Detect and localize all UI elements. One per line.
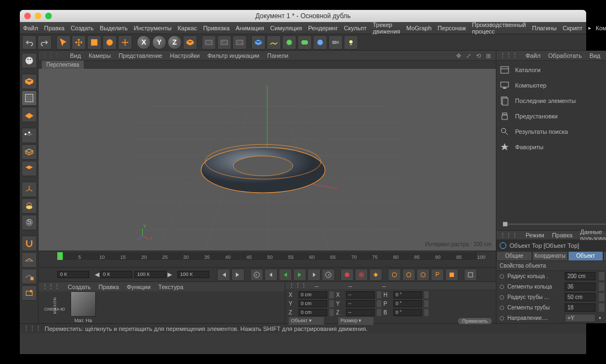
x-axis-toggle[interactable]: X bbox=[137, 35, 151, 50]
viewport-menu[interactable]: Камеры bbox=[89, 52, 111, 59]
undo-button[interactable] bbox=[22, 35, 36, 50]
nav-move-icon[interactable]: ✥ bbox=[456, 52, 463, 59]
menu-item[interactable]: Производственный процесс bbox=[472, 21, 526, 35]
property-dropdown[interactable]: +Y bbox=[565, 314, 596, 322]
menu-item[interactable]: Инструменты bbox=[134, 25, 172, 31]
edges-mode[interactable] bbox=[21, 144, 37, 160]
menu-item[interactable]: Симуляция bbox=[270, 25, 302, 31]
current-frame[interactable]: 0 К bbox=[100, 271, 132, 278]
play-forward[interactable] bbox=[293, 269, 306, 281]
spinner[interactable] bbox=[599, 293, 604, 301]
lock-workplane[interactable] bbox=[21, 269, 37, 284]
mat-menu[interactable]: Функции bbox=[127, 284, 150, 290]
snap-toggle[interactable]: S bbox=[21, 215, 37, 230]
menu-item[interactable]: Файл bbox=[23, 25, 38, 31]
viewport-menu[interactable]: Вид bbox=[70, 52, 81, 59]
menu-item[interactable]: Скульпт bbox=[344, 25, 366, 31]
mat-menu[interactable]: Создать bbox=[68, 284, 91, 290]
menu-item[interactable]: Привязка bbox=[203, 25, 230, 31]
generator-menu[interactable] bbox=[282, 35, 296, 50]
menu-item[interactable]: Скрипт bbox=[562, 25, 582, 31]
property-input[interactable]: 50 cm bbox=[565, 293, 596, 301]
scale-key[interactable] bbox=[402, 269, 415, 281]
light-menu[interactable] bbox=[344, 35, 358, 50]
deformer-menu[interactable] bbox=[297, 35, 312, 50]
camera-menu[interactable] bbox=[328, 35, 343, 50]
menu-item[interactable]: Плагины bbox=[532, 25, 557, 31]
mat-menu[interactable]: Правка bbox=[99, 284, 119, 290]
attr-tab[interactable]: Координаты bbox=[532, 251, 568, 261]
grip-icon[interactable]: ⋮⋮⋮ bbox=[42, 52, 60, 59]
tweak-mode[interactable] bbox=[21, 198, 37, 214]
render-settings[interactable] bbox=[232, 35, 247, 50]
nav-toggle-icon[interactable]: ⊞ bbox=[486, 52, 493, 59]
coord-system[interactable] bbox=[183, 35, 197, 50]
primitive-menu[interactable] bbox=[251, 35, 266, 50]
timeline-ruler[interactable]: 0510152025303540455055606570758085909510… bbox=[57, 252, 477, 260]
record-button[interactable] bbox=[340, 269, 354, 281]
rotate-tool[interactable] bbox=[102, 35, 117, 50]
viewport-menu[interactable]: Панели bbox=[267, 52, 288, 59]
workplane-mode[interactable] bbox=[21, 107, 37, 122]
play-back[interactable] bbox=[279, 269, 292, 281]
menu-item[interactable]: Создать bbox=[71, 25, 94, 31]
keyframe-sel[interactable] bbox=[369, 269, 382, 281]
coord-input[interactable]: -- bbox=[346, 291, 375, 298]
browser-item-presets[interactable]: Предустановки bbox=[500, 111, 606, 121]
property-input[interactable]: 18 bbox=[565, 303, 596, 312]
render-picture[interactable] bbox=[217, 35, 231, 50]
mat-menu[interactable]: Текстура bbox=[158, 284, 183, 290]
end-frame[interactable]: 100 К bbox=[134, 271, 166, 278]
pos-key[interactable] bbox=[388, 269, 401, 281]
texture-mode[interactable] bbox=[21, 90, 37, 106]
attr-menu[interactable]: Правка bbox=[552, 232, 572, 238]
viewport-tab[interactable]: Перспектива bbox=[42, 61, 84, 69]
coord-input[interactable]: -- bbox=[346, 309, 375, 316]
browser-item-catalogs[interactable]: Каталоги bbox=[500, 65, 606, 75]
nav-zoom-icon[interactable]: ⤢ bbox=[466, 52, 473, 59]
attr-tab[interactable]: Общие bbox=[496, 251, 532, 261]
coord-input[interactable]: 0 ° bbox=[393, 291, 422, 298]
attr-tab[interactable]: Объект bbox=[568, 251, 604, 261]
start-frame[interactable]: 0 К bbox=[57, 271, 89, 278]
timeline-options[interactable] bbox=[464, 269, 477, 281]
goto-start[interactable] bbox=[217, 269, 230, 281]
browser-item-search[interactable]: Результаты поиска bbox=[500, 127, 606, 137]
apply-button[interactable]: Применить bbox=[457, 317, 493, 325]
browser-menu[interactable]: Вид bbox=[589, 52, 600, 59]
y-axis-toggle[interactable]: Y bbox=[152, 35, 166, 50]
viewport-menu[interactable]: Фильтр индикации bbox=[207, 52, 259, 59]
menu-item[interactable]: Персонаж bbox=[437, 25, 466, 31]
render-view[interactable] bbox=[202, 35, 216, 50]
anim-dot[interactable] bbox=[500, 316, 504, 320]
goto-end[interactable] bbox=[231, 269, 245, 281]
property-input[interactable]: 36 bbox=[565, 282, 596, 291]
material-thumb[interactable] bbox=[71, 291, 96, 317]
anim-dot[interactable] bbox=[500, 306, 504, 310]
coord-input[interactable]: 0 cm bbox=[299, 300, 327, 307]
move-tool[interactable] bbox=[72, 35, 86, 50]
coord-size-dropdown[interactable]: Размер ▾ bbox=[338, 317, 374, 325]
viewport-menu[interactable]: Представление bbox=[118, 52, 162, 59]
nav-rotate-icon[interactable]: ⟲ bbox=[476, 52, 483, 59]
environment-menu[interactable] bbox=[313, 35, 327, 50]
coord-mode-dropdown[interactable]: Объект ▾ bbox=[289, 317, 324, 325]
spinner[interactable] bbox=[599, 303, 604, 312]
anim-dot[interactable] bbox=[500, 295, 504, 300]
axis-mode[interactable] bbox=[21, 182, 37, 197]
model-mode[interactable] bbox=[21, 74, 37, 89]
polygons-mode[interactable] bbox=[21, 161, 37, 176]
make-editable[interactable] bbox=[21, 53, 37, 68]
browser-item-computer[interactable]: Компьютер bbox=[500, 80, 606, 90]
range-end[interactable]: 100 К bbox=[177, 271, 209, 278]
z-axis-toggle[interactable]: Z bbox=[167, 35, 182, 50]
property-input[interactable]: 200 cm bbox=[565, 272, 596, 280]
prev-key[interactable] bbox=[250, 269, 263, 281]
planar-workplane[interactable] bbox=[21, 285, 37, 301]
spinner[interactable] bbox=[599, 282, 604, 291]
attr-tab[interactable]: Фрагмент bbox=[603, 251, 606, 261]
rot-key[interactable] bbox=[416, 269, 430, 281]
param-key[interactable]: P bbox=[431, 269, 444, 281]
next-key[interactable] bbox=[322, 269, 335, 281]
menu-item[interactable]: MoGraph bbox=[407, 25, 432, 31]
